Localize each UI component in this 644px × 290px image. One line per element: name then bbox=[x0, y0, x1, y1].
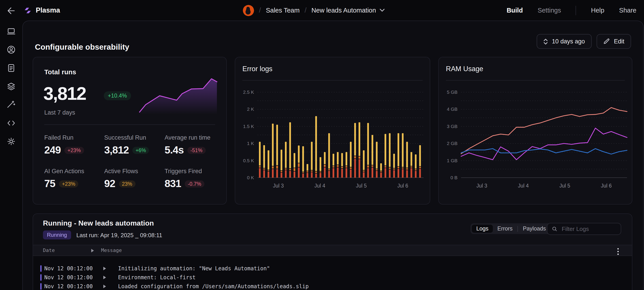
log-row: Nov 12 00:12:00 Initializing automation:… bbox=[33, 264, 632, 273]
search-icon bbox=[552, 225, 557, 232]
svg-text:Jul 5: Jul 5 bbox=[356, 183, 367, 189]
stat-value: 3,812 bbox=[104, 144, 129, 156]
card-divider bbox=[242, 80, 422, 81]
time-range-button[interactable]: 10 days ago bbox=[537, 34, 592, 49]
stat-label: Triggers Fired bbox=[164, 168, 223, 175]
brand: Plasma bbox=[23, 0, 60, 21]
back-arrow-icon bbox=[6, 5, 16, 16]
avatar-image bbox=[243, 5, 254, 16]
breadcrumb-automation-label: New leads Automation bbox=[312, 7, 376, 14]
ram-usage-card: RAM Usage 0 B1 GB2 GB3 GB4 GB5 GBJul 3Ju… bbox=[438, 57, 632, 204]
date-column-header[interactable]: Date bbox=[43, 247, 55, 253]
nav-divider bbox=[576, 6, 576, 15]
svg-text:Jul 3: Jul 3 bbox=[273, 183, 284, 189]
log-message: Loaded configuration from /Users/sam/Aut… bbox=[118, 283, 309, 289]
svg-text:Jul 5: Jul 5 bbox=[559, 183, 570, 189]
log-date: Nov 12 00:12:00 bbox=[44, 265, 93, 272]
stat-label: Successful Run bbox=[104, 134, 162, 141]
laptop-icon bbox=[6, 27, 16, 36]
svg-text:5 GB: 5 GB bbox=[447, 90, 458, 95]
stat-successful-run: Successful Run 3,812+6% bbox=[104, 134, 162, 156]
brand-name: Plasma bbox=[36, 6, 60, 14]
total-runs-sparkline-chart bbox=[139, 76, 217, 115]
top-bar: Plasma / Sales Team / New leads Automati… bbox=[0, 0, 644, 21]
svg-text:Jul 6: Jul 6 bbox=[397, 183, 408, 189]
log-row: Nov 12 00:12:00 Loaded configuration fro… bbox=[33, 282, 632, 290]
run-panel: Running - New leads automation Running L… bbox=[33, 213, 632, 290]
svg-text:Jul 6: Jul 6 bbox=[601, 183, 612, 189]
log-date: Nov 12 00:12:00 bbox=[44, 283, 93, 289]
sidebar bbox=[0, 21, 22, 290]
page-title: Configurable obserability bbox=[35, 42, 129, 52]
total-runs-delta-badge: +10.4% bbox=[104, 91, 131, 100]
stat-label: AI Gen Actions bbox=[44, 168, 102, 175]
svg-text:0 B: 0 B bbox=[450, 175, 458, 180]
filter-logs-box bbox=[547, 223, 621, 235]
app-window: Plasma / Sales Team / New leads Automati… bbox=[0, 0, 644, 290]
sidebar-item-docs[interactable] bbox=[6, 63, 16, 73]
svg-text:Jul 4: Jul 4 bbox=[314, 183, 325, 189]
log-date: Nov 12 00:12:00 bbox=[44, 274, 93, 280]
stat-average-run-time: Average run time 5.4s-51% bbox=[164, 134, 223, 156]
stat-label: Average run time bbox=[164, 134, 223, 141]
stat-value: 5.4s bbox=[164, 144, 184, 156]
message-column-header[interactable]: Message bbox=[101, 247, 122, 253]
stat-delta-badge: +6% bbox=[132, 147, 149, 154]
status-badge: Running bbox=[43, 230, 71, 239]
sidebar-item-account[interactable] bbox=[6, 45, 16, 55]
sidebar-item-code[interactable] bbox=[6, 118, 16, 128]
tab-logs[interactable]: Logs bbox=[472, 225, 493, 233]
edit-button[interactable]: Edit bbox=[596, 34, 631, 49]
svg-text:Jul 4: Jul 4 bbox=[518, 183, 529, 189]
run-meta: Running Last run: Apr 19, 2025 _ 09:08:1… bbox=[43, 230, 162, 239]
stat-delta-badge: +23% bbox=[59, 180, 78, 187]
stat-delta-badge: +23% bbox=[64, 147, 84, 154]
nav-settings[interactable]: Settings bbox=[538, 7, 561, 14]
tab-errors[interactable]: Errors bbox=[493, 225, 517, 233]
filter-logs-input[interactable] bbox=[561, 225, 616, 233]
nav-share[interactable]: Share bbox=[619, 7, 636, 14]
log-output[interactable]: Nov 12 00:12:00 Initializing automation:… bbox=[33, 256, 632, 290]
up-down-chevrons-icon bbox=[544, 38, 548, 45]
total-runs-card: Total runs 3,812 +10.4% Last 7 days Fail… bbox=[33, 57, 227, 204]
stat-triggers-fired: Triggers Fired 831-0.7% bbox=[164, 168, 223, 190]
stat-value: 831 bbox=[164, 178, 181, 190]
main-panel: Configurable obserability 10 days ago Ed… bbox=[22, 21, 644, 290]
nav-help[interactable]: Help bbox=[591, 7, 604, 14]
last-run-text: Last run: Apr 19, 2025 _ 09:08:11 bbox=[76, 232, 162, 238]
ram-usage-chart: 0 B1 GB2 GB3 GB4 GB5 GBJul 3Jul 4Jul 5Ju… bbox=[439, 89, 633, 196]
nav-build[interactable]: Build bbox=[507, 7, 523, 14]
sidebar-item-dashboard[interactable] bbox=[6, 27, 16, 36]
play-icon bbox=[103, 267, 106, 270]
back-button[interactable] bbox=[6, 5, 16, 16]
sidebar-item-automations[interactable] bbox=[6, 100, 16, 110]
breadcrumb: / Sales Team / New leads Automation bbox=[243, 0, 384, 21]
svg-text:1 K: 1 K bbox=[247, 141, 254, 146]
breadcrumb-separator: / bbox=[259, 6, 261, 14]
svg-text:2 GB: 2 GB bbox=[447, 141, 458, 146]
stat-label: Active Flows bbox=[104, 168, 162, 175]
stat-failed-run: Failed Run 249+23% bbox=[44, 134, 102, 156]
svg-text:Jul 3: Jul 3 bbox=[476, 183, 487, 189]
log-row: Nov 12 00:12:00 Environment: Local-first bbox=[33, 273, 632, 282]
gear-icon bbox=[6, 137, 16, 146]
log-message: Initializing automation: "New Leads Auto… bbox=[118, 265, 270, 272]
stat-delta-badge: -0.7% bbox=[185, 180, 204, 187]
stat-delta-badge: -51% bbox=[188, 147, 206, 154]
breadcrumb-automation[interactable]: New leads Automation bbox=[312, 7, 384, 14]
edit-label: Edit bbox=[614, 38, 624, 45]
stat-value: 92 bbox=[104, 178, 115, 190]
avatar[interactable] bbox=[243, 5, 254, 16]
svg-text:2 K: 2 K bbox=[247, 107, 254, 112]
breadcrumb-team[interactable]: Sales Team bbox=[266, 7, 300, 14]
run-panel-title: Running - New leads automation bbox=[43, 219, 154, 227]
file-text-icon bbox=[6, 63, 16, 73]
sidebar-item-settings[interactable] bbox=[6, 137, 16, 146]
stat-active-flows: Active Flows 9223% bbox=[104, 168, 162, 190]
sidebar-item-layers[interactable] bbox=[6, 82, 16, 91]
stat-delta-badge: 23% bbox=[119, 180, 135, 187]
tab-payloads[interactable]: Payloads bbox=[518, 225, 550, 233]
log-row-marker bbox=[40, 274, 42, 280]
log-options-button[interactable] bbox=[616, 247, 620, 256]
svg-text:1.5 K: 1.5 K bbox=[243, 124, 254, 129]
